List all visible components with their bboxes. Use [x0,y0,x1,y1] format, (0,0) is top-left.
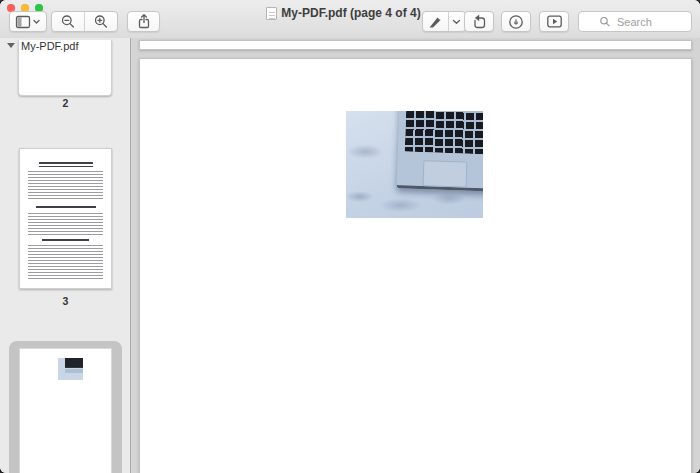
slideshow-button[interactable] [539,11,569,32]
share-icon [136,13,152,30]
thumb-text-heading [36,206,96,210]
page-3-label: 3 [0,295,131,307]
slideshow-play-icon [546,14,563,29]
sidebar-view-icon [15,14,41,30]
search-field[interactable] [578,11,692,32]
markup-controls [422,11,466,32]
page-3-bottom-edge [139,40,692,50]
zoom-out-icon [60,14,76,30]
zoom-in-button[interactable] [84,12,117,31]
zoom-controls [51,11,118,32]
sidebar-view-button[interactable] [9,11,47,32]
window-title-text: My-PDF.pdf (page 4 of 4) [281,6,420,20]
thumbnail-page-4[interactable] [19,348,112,473]
thumb-text-heading [42,239,89,242]
laptop-keyboard [405,111,483,155]
markup-pen-dropdown[interactable] [448,12,465,31]
markup-pen-button[interactable] [423,12,448,31]
thumb-text-paragraph [28,213,103,235]
sidebar-document-row[interactable]: My-PDF.pdf [0,38,130,53]
toolbar: My-PDF.pdf (page 4 of 4) [0,0,700,39]
thumbnail-sidebar: My-PDF.pdf 2 3 4 [0,38,131,473]
page-2-label: 2 [0,97,131,109]
rotate-button[interactable] [464,11,494,32]
share-button[interactable] [127,11,160,32]
thumbnail-laptop-image [58,358,83,380]
thumbnail-page-4-selected[interactable] [9,341,122,473]
thumb-text-heading [39,162,93,167]
search-icon [599,16,611,28]
sidebar-filename: My-PDF.pdf [21,40,78,52]
zoom-in-icon [93,14,109,30]
annotate-icon [508,14,524,30]
annotate-button[interactable] [501,11,531,32]
disclosure-triangle-icon[interactable] [7,43,15,48]
laptop-on-marble-photo [346,111,483,218]
zoom-out-button[interactable] [52,12,84,31]
preview-window: My-PDF.pdf (page 4 of 4) [0,0,700,473]
document-proxy-icon[interactable] [266,7,277,20]
markup-pen-icon [428,14,443,29]
chevron-down-icon [452,19,461,25]
laptop [396,111,483,192]
thumbnail-page-3[interactable] [19,148,112,289]
rotate-left-icon [471,13,488,30]
search-input[interactable] [615,15,671,29]
laptop-trackpad [423,160,468,188]
page-4[interactable] [139,58,692,473]
thumb-text-paragraph [28,171,103,201]
thumb-text-paragraph [28,245,103,281]
document-view[interactable] [131,38,700,473]
